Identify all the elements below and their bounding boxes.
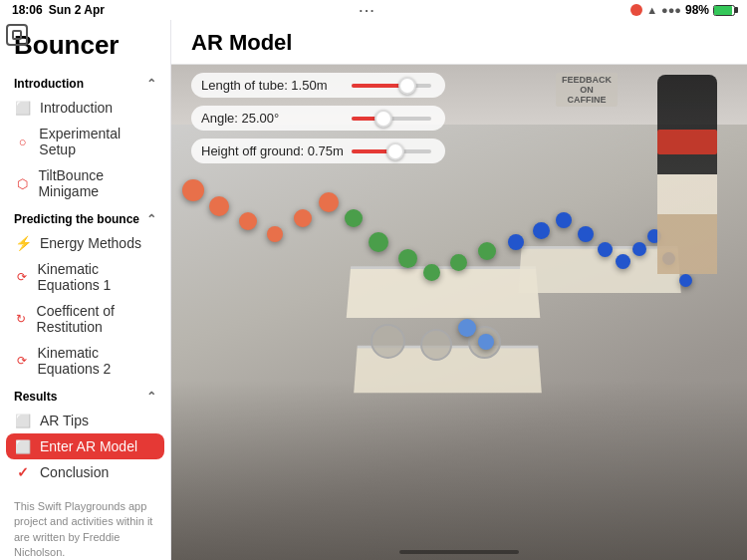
sidebar-item-energy-methods[interactable]: ⚡ Energy Methods	[0, 230, 170, 256]
footer-text-1: This Swift Playgrounds app project and a…	[14, 499, 156, 560]
ball-4	[294, 209, 312, 227]
sidebar-item-kinematic-1[interactable]: ⟳ Kinematic Equations 1	[0, 256, 170, 298]
tube-length-track[interactable]	[352, 84, 431, 88]
home-icon[interactable]	[6, 24, 28, 46]
scroll-indicator	[399, 550, 519, 554]
sidebar-item-enter-ar-model[interactable]: ⬜ Enter AR Model	[6, 433, 164, 459]
tube-length-thumb[interactable]	[398, 77, 416, 95]
section-results-label: Results	[14, 390, 57, 404]
battery-percent: 98%	[685, 3, 709, 17]
sidebar-footer: This Swift Playgrounds app project and a…	[0, 485, 170, 560]
battery-icon	[713, 5, 735, 16]
bolt-icon: ⚡	[14, 235, 32, 251]
ball-9	[423, 264, 440, 281]
person-belt	[657, 130, 717, 154]
sidebar: Bouncer Introduction ⌃ ⬜ Introduction ○ …	[0, 20, 171, 560]
content-area: AR Model Length of tube: 1.50m	[171, 20, 747, 560]
status-date: Sun 2 Apr	[49, 3, 105, 17]
section-predicting[interactable]: Predicting the bounce ⌃	[0, 204, 170, 230]
ball-23	[478, 334, 494, 350]
ar-view: Length of tube: 1.50m Angle: 25.00° Heig…	[171, 65, 747, 560]
status-right: ▲ ●●● 98%	[630, 3, 735, 17]
sidebar-item-introduction[interactable]: ⬜ Introduction	[0, 95, 170, 121]
ball-22	[458, 319, 476, 337]
table-1	[347, 266, 541, 318]
height-thumb[interactable]	[386, 142, 404, 160]
status-left: 18:06 Sun 2 Apr	[12, 3, 105, 17]
experimental-setup-label: Experimental Setup	[39, 126, 156, 157]
ball-5	[319, 192, 339, 212]
battery-fill	[714, 6, 732, 15]
status-time: 18:06	[12, 3, 43, 17]
ar-tips-label: AR Tips	[40, 413, 89, 428]
section-predicting-label: Predicting the bounce	[14, 212, 139, 226]
person-figure	[627, 75, 727, 324]
section-results-chevron: ⌃	[146, 390, 156, 404]
conclusion-label: Conclusion	[40, 464, 109, 480]
chair-1	[371, 324, 405, 359]
flask-icon: ○	[14, 135, 31, 149]
ball-12	[508, 234, 524, 250]
slider-height[interactable]: Height off ground: 0.75m	[191, 139, 445, 163]
ball-10	[450, 254, 467, 271]
sidebar-item-ar-tips[interactable]: ⬜ AR Tips	[0, 408, 170, 433]
game-icon: ⬡	[14, 176, 30, 191]
section-results[interactable]: Results ⌃	[0, 382, 170, 408]
energy-methods-label: Energy Methods	[40, 235, 141, 251]
chair-2	[420, 329, 452, 361]
doc-icon-introduction: ⬜	[14, 101, 32, 116]
ball-15	[578, 226, 594, 242]
angle-thumb[interactable]	[374, 110, 392, 128]
ar-model-title: AR Model	[191, 30, 292, 55]
ball-8	[398, 249, 417, 268]
kinematic-2-label: Kinematic Equations 2	[37, 345, 156, 377]
doc3-icon: ⬜	[14, 439, 32, 454]
ar-controls: Length of tube: 1.50m Angle: 25.00° Heig…	[191, 73, 445, 163]
ball-11	[478, 242, 496, 260]
introduction-label: Introduction	[40, 100, 113, 116]
ruler2-icon: ⟳	[14, 354, 29, 368]
kinematic-1-label: Kinematic Equations 1	[37, 261, 156, 293]
sidebar-item-kinematic-2[interactable]: ⟳ Kinematic Equations 2	[0, 340, 170, 382]
sidebar-item-coefficient[interactable]: ↻ Coefficent of Restitution	[0, 298, 170, 340]
ball-1	[209, 196, 229, 216]
sidebar-item-tiltbounce[interactable]: ⬡ TiltBounce Minigame	[0, 162, 170, 204]
ball-13	[533, 222, 550, 239]
angle-track[interactable]	[352, 117, 431, 121]
doc2-icon: ⬜	[14, 414, 32, 428]
floor-gradient	[171, 381, 747, 560]
home-icon-inner	[12, 30, 22, 40]
sidebar-item-experimental-setup[interactable]: ○ Experimental Setup	[0, 121, 170, 162]
coefficient-label: Coefficent of Restitution	[37, 303, 156, 335]
sidebar-item-conclusion[interactable]: ✓ Conclusion	[0, 459, 170, 485]
ar-header: AR Model	[171, 20, 747, 65]
ball-7	[369, 232, 388, 252]
status-center: ···	[360, 3, 376, 18]
height-track[interactable]	[352, 149, 431, 153]
main-layout: Bouncer Introduction ⌃ ⬜ Introduction ○ …	[0, 20, 747, 560]
ruler-icon: ⟳	[14, 270, 29, 284]
status-bar: 18:06 Sun 2 Apr ··· ▲ ●●● 98%	[0, 0, 747, 20]
arrow-icon: ↻	[14, 312, 29, 326]
ball-6	[345, 209, 363, 227]
check-icon: ✓	[14, 464, 32, 480]
ball-0	[182, 179, 204, 201]
record-indicator	[630, 4, 642, 16]
ball-3	[267, 226, 283, 242]
more-dots: ···	[360, 3, 376, 18]
tube-length-label: Length of tube: 1.50m	[201, 78, 344, 93]
tiltbounce-label: TiltBounce Minigame	[38, 167, 156, 199]
section-introduction-chevron: ⌃	[146, 77, 156, 91]
person-body	[657, 75, 717, 274]
section-introduction[interactable]: Introduction ⌃	[0, 69, 170, 95]
slider-tube-length[interactable]: Length of tube: 1.50m	[191, 73, 445, 98]
slider-angle[interactable]: Angle: 25.00°	[191, 106, 445, 131]
wifi-icon: ▲	[646, 4, 657, 16]
ball-2	[239, 212, 257, 230]
signal-icon: ●●●	[661, 4, 681, 16]
height-label: Height off ground: 0.75m	[201, 143, 344, 158]
section-introduction-label: Introduction	[14, 77, 84, 91]
ball-16	[598, 242, 613, 257]
angle-label: Angle: 25.00°	[201, 111, 344, 126]
feedback-sign: FEEDBACKONCAFFINE	[556, 73, 618, 107]
